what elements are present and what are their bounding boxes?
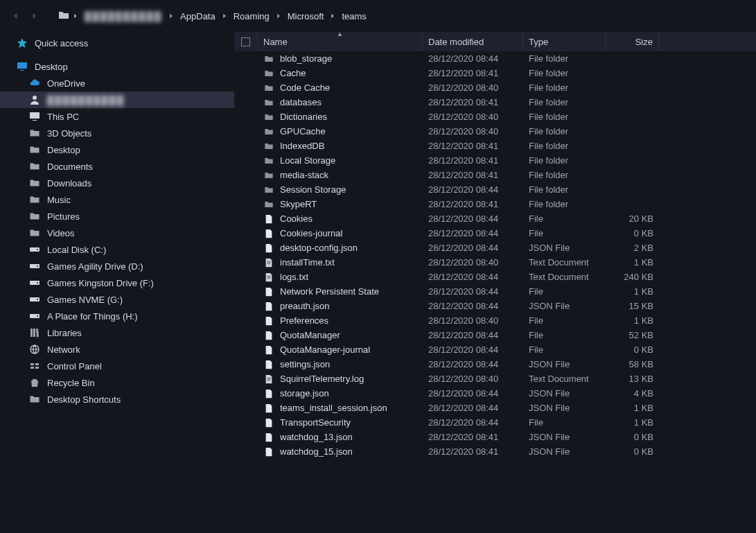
file-row[interactable]: Network Persistent State28/12/2020 08:44… — [234, 284, 756, 299]
sort-ascending-icon: ▲ — [337, 32, 343, 37]
file-row[interactable]: desktop-config.json28/12/2020 08:44JSON … — [234, 241, 756, 255]
file-date: 28/12/2020 08:41 — [423, 199, 523, 209]
file-row[interactable]: Session Storage28/12/2020 08:44File fold… — [234, 182, 756, 197]
file-type: File — [523, 213, 606, 224]
nav-back-button[interactable] — [8, 8, 24, 24]
file-date: 28/12/2020 08:41 — [423, 432, 523, 442]
nav-network[interactable]: Network — [0, 341, 234, 358]
file-row[interactable]: preauth.json28/12/2020 08:44JSON File15 … — [234, 299, 756, 313]
header-size[interactable]: Size — [606, 32, 659, 51]
file-row[interactable]: IndexedDB28/12/2020 08:41File folder — [234, 139, 756, 153]
nav-recycle-bin[interactable]: Recycle Bin — [0, 374, 234, 391]
file-row[interactable]: media-stack28/12/2020 08:41File folder — [234, 168, 756, 182]
nav-label: A Place for Things (H:) — [47, 311, 138, 322]
header-checkbox[interactable] — [234, 32, 258, 51]
nav-user-folder[interactable]: ██████████ — [0, 91, 234, 108]
nav-pc-child[interactable]: Videos — [0, 225, 234, 241]
nav-desktop-shortcuts[interactable]: Desktop Shortcuts — [0, 391, 234, 408]
nav-pc-child[interactable]: Games Agility Drive (D:) — [0, 258, 234, 274]
drive-icon — [29, 244, 40, 255]
file-date: 28/12/2020 08:40 — [423, 257, 523, 268]
breadcrumb-roaming[interactable]: Roaming — [231, 10, 272, 23]
file-name: Preferences — [280, 315, 328, 326]
file-icon — [263, 388, 274, 399]
nav-pc-child[interactable]: Desktop — [0, 141, 234, 158]
nav-pc-child[interactable]: Downloads — [0, 175, 234, 191]
file-size: 2 KB — [606, 243, 659, 253]
file-type: File folder — [523, 68, 606, 78]
folder-icon — [263, 170, 274, 181]
chevron-right-icon[interactable] — [72, 11, 79, 21]
file-row[interactable]: Code Cache28/12/2020 08:40File folder — [234, 80, 756, 95]
header-name[interactable]: Name ▲ — [258, 32, 423, 51]
nav-onedrive[interactable]: OneDrive — [0, 75, 234, 91]
file-row[interactable]: installTime.txt28/12/2020 08:40Text Docu… — [234, 255, 756, 270]
breadcrumb-teams[interactable]: teams — [339, 10, 369, 23]
file-row[interactable]: SkypeRT28/12/2020 08:41File folder — [234, 197, 756, 211]
file-date: 28/12/2020 08:40 — [423, 112, 523, 122]
file-name: teams_install_session.json — [280, 403, 387, 413]
file-row[interactable]: QuotaManager-journal28/12/2020 08:44File… — [234, 342, 756, 357]
nav-pc-child[interactable]: Games Kingston Drive (F:) — [0, 274, 234, 291]
file-size: 20 KB — [606, 213, 659, 224]
header-date-modified[interactable]: Date modified — [423, 32, 523, 51]
nav-label: Desktop — [35, 62, 68, 72]
file-list[interactable]: blob_storage28/12/2020 08:44File folderC… — [234, 51, 756, 533]
nav-control-panel[interactable]: Control Panel — [0, 358, 234, 374]
file-icon — [263, 330, 274, 341]
nav-pc-child[interactable]: 3D Objects — [0, 125, 234, 141]
nav-pc-child[interactable]: Documents — [0, 158, 234, 175]
file-row[interactable]: blob_storage28/12/2020 08:44File folder — [234, 51, 756, 66]
chevron-right-icon[interactable] — [168, 11, 175, 21]
file-name: desktop-config.json — [280, 243, 358, 253]
file-row[interactable]: GPUCache28/12/2020 08:40File folder — [234, 124, 756, 139]
file-row[interactable]: settings.json28/12/2020 08:44JSON File58… — [234, 357, 756, 372]
chevron-right-icon[interactable] — [275, 11, 282, 21]
file-row[interactable]: watchdog_15.json28/12/2020 08:41JSON Fil… — [234, 444, 756, 459]
file-row[interactable]: Cache28/12/2020 08:41File folder — [234, 66, 756, 80]
file-type: File — [523, 344, 606, 355]
breadcrumb-microsoft[interactable]: Microsoft — [285, 10, 327, 23]
file-row[interactable]: Cookies-journal28/12/2020 08:44File0 KB — [234, 226, 756, 241]
nav-quick-access[interactable]: Quick access — [0, 35, 234, 51]
nav-libraries[interactable]: Libraries — [0, 324, 234, 341]
file-name: Network Persistent State — [280, 286, 379, 297]
star-icon — [17, 37, 28, 49]
nav-pc-child[interactable]: Pictures — [0, 208, 234, 225]
file-row[interactable]: Preferences28/12/2020 08:40File1 KB — [234, 313, 756, 328]
file-row[interactable]: watchdog_13.json28/12/2020 08:41JSON Fil… — [234, 430, 756, 444]
nav-pc-child[interactable]: Games NVME (G:) — [0, 291, 234, 308]
file-row[interactable]: Cookies28/12/2020 08:44File20 KB — [234, 211, 756, 226]
nav-pc-child[interactable]: Music — [0, 191, 234, 208]
file-date: 28/12/2020 08:44 — [423, 417, 523, 428]
file-date: 28/12/2020 08:44 — [423, 228, 523, 238]
nav-desktop-root[interactable]: Desktop — [0, 58, 234, 75]
header-type[interactable]: Type — [523, 32, 606, 51]
nav-forward-button[interactable] — [26, 8, 42, 24]
file-row[interactable]: Dictionaries28/12/2020 08:40File folder — [234, 110, 756, 124]
nav-pc-child[interactable]: A Place for Things (H:) — [0, 308, 234, 324]
chevron-right-icon[interactable] — [329, 11, 336, 21]
file-size: 1 KB — [606, 417, 659, 428]
breadcrumb-user[interactable]: ██████████ — [82, 10, 165, 23]
file-row[interactable]: storage.json28/12/2020 08:44JSON File4 K… — [234, 386, 756, 401]
file-row[interactable]: logs.txt28/12/2020 08:44Text Document240… — [234, 270, 756, 284]
nav-pc-child[interactable]: Local Disk (C:) — [0, 241, 234, 258]
file-size: 15 KB — [606, 301, 659, 311]
breadcrumb[interactable]: ██████████ AppData Roaming Microsoft tea… — [58, 10, 369, 23]
file-row[interactable]: QuotaManager28/12/2020 08:44File52 KB — [234, 328, 756, 342]
chevron-right-icon[interactable] — [221, 11, 228, 21]
file-row[interactable]: TransportSecurity28/12/2020 08:44File1 K… — [234, 415, 756, 430]
file-row[interactable]: databases28/12/2020 08:41File folder — [234, 95, 756, 110]
file-date: 28/12/2020 08:40 — [423, 82, 523, 93]
column-headers: Name ▲ Date modified Type Size — [234, 32, 756, 51]
file-row[interactable]: Local Storage28/12/2020 08:41File folder — [234, 153, 756, 168]
file-row[interactable]: SquirrelTelemetry.log28/12/2020 08:40Tex… — [234, 372, 756, 386]
breadcrumb-appdata[interactable]: AppData — [177, 10, 218, 23]
file-row[interactable]: teams_install_session.json28/12/2020 08:… — [234, 401, 756, 415]
file-date: 28/12/2020 08:44 — [423, 213, 523, 224]
checkbox-icon[interactable] — [241, 37, 250, 46]
nav-this-pc[interactable]: This PC — [0, 108, 234, 125]
file-name: QuotaManager-journal — [280, 344, 370, 355]
file-icon — [263, 344, 274, 356]
